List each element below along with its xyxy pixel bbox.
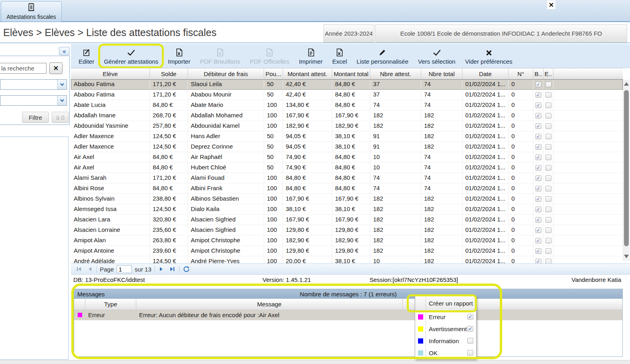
column-header-type[interactable]: Type [85,299,136,310]
close-messages-button[interactable]: ✕ [547,0,555,9]
table-row[interactable]: Adler Maxence124,50 €Deprez Corinne5094,… [71,142,623,152]
checkbox-unchecked-icon[interactable] [545,103,551,108]
checkbox-unchecked-icon[interactable] [545,259,551,264]
table-row[interactable]: Ababou Fatima171,20 €Slaoui Leila5042,40… [71,79,623,90]
reset-to-zero-button[interactable]: à 0 [52,112,69,123]
checkbox-unchecked-icon[interactable] [545,175,551,181]
column-header-eleve[interactable]: Elève [71,68,150,79]
checkbox-checked-icon[interactable]: ✓ [535,144,541,150]
table-row[interactable]: Amipot Alan263,80 €Amipot Christophe1001… [71,235,623,246]
refresh-icon[interactable] [182,265,190,273]
checkbox-unchecked-icon[interactable] [545,227,551,233]
scroll-down-icon[interactable] [624,255,629,258]
previous-page-button[interactable] [86,265,94,273]
table-row[interactable]: Alami Sarah171,20 €Alami Fouad10084,80 €… [71,173,623,183]
checkbox-checked-icon[interactable]: ✓ [535,248,541,254]
checkbox-unchecked-icon[interactable] [545,248,551,254]
checkbox-checked-icon[interactable]: ✓ [467,314,473,320]
checkbox-unchecked-icon[interactable] [545,238,551,243]
filter-dropdown-2[interactable] [0,95,67,106]
clear-search-button[interactable]: ✕ [49,62,63,74]
horizontal-scrollbar-track[interactable] [0,360,630,364]
menu-item-information[interactable]: Information [415,335,476,347]
table-row[interactable]: Albini Rose84,80 €Albini Frank10084,80 €… [71,183,623,194]
checkbox-unchecked-icon[interactable] [545,186,551,191]
checkbox-checked-icon[interactable]: ✓ [535,227,541,233]
checkbox-checked-icon[interactable]: ✓ [535,259,541,264]
column-header-pou[interactable]: Pou... [264,68,283,79]
table-row[interactable]: Amipot Antoine239,60 €Amipot Christophe1… [71,246,623,256]
toolbar-button-imprimer[interactable]: Imprimer [295,46,326,66]
toolbar-button-vers-selection[interactable]: Vers sélection [414,46,459,66]
checkbox-unchecked-icon[interactable] [545,165,551,171]
next-page-button[interactable] [158,265,166,273]
vertical-scrollbar[interactable] [623,80,630,261]
checkbox-checked-icon[interactable]: ✓ [535,207,541,212]
column-header-nbre-attest[interactable]: Nbre attest. [370,68,421,79]
page-number-input[interactable] [117,265,132,273]
checkbox-checked-icon[interactable]: ✓ [535,186,541,191]
create-report-menu-item[interactable]: Créer un rapport [415,296,476,311]
search-input[interactable] [0,63,46,74]
scrollbar-thumb[interactable] [624,90,629,246]
checkbox-checked-icon[interactable]: ✓ [535,238,541,243]
table-row[interactable]: Abate Lucia84,80 €Abate Mario100134,80 €… [71,100,623,111]
checkbox-unchecked-icon[interactable] [545,92,551,98]
column-header-date[interactable]: Date [462,68,509,79]
table-row[interactable]: André Adélaïde124,50 €André Pierre-Yves1… [71,256,623,263]
column-header-n[interactable]: N° [509,68,533,79]
checkbox-checked-icon[interactable]: ✓ [535,92,541,98]
first-page-button[interactable] [75,265,83,273]
menu-item-erreur[interactable]: Erreur✓ [415,311,476,323]
table-row[interactable]: Alsacien Lorraine235,60 €Alsacien Sigfri… [71,225,623,235]
toolbar-button-importer[interactable]: Importer [164,46,194,66]
table-row[interactable]: Alsacien Lara320,80 €Alsacien Sigfried10… [71,215,623,225]
table-row[interactable]: Abdallah Imane268,70 €Abdallah Mohamed10… [71,111,623,121]
last-page-button[interactable] [168,265,176,273]
message-row[interactable]: ErreurErreur: Aucun débiteur de frais en… [74,310,622,320]
column-header-nbre-total[interactable]: Nbre total [421,68,462,79]
toolbar-button-vider-preferences[interactable]: Vider préférences [461,46,516,66]
checkbox-unchecked-icon[interactable] [545,123,551,129]
checkbox-checked-icon[interactable]: ✓ [535,113,541,119]
checkbox-unchecked-icon[interactable] [545,155,551,160]
checkbox-checked-icon[interactable]: ✓ [535,196,541,202]
table-row[interactable]: Alemseged Issa124,50 €Dialo Kaila10038,1… [71,204,623,215]
checkbox-unchecked-icon[interactable] [545,144,551,150]
checkbox-unchecked-icon[interactable] [545,217,551,223]
checkbox-checked-icon[interactable]: ✓ [535,155,541,160]
checkbox-checked-icon[interactable]: ✓ [467,326,473,332]
checkbox-checked-icon[interactable]: ✓ [535,165,541,171]
checkbox-unchecked-icon[interactable] [545,113,551,119]
column-header-montant-attest[interactable]: Montant attest. [283,68,332,79]
table-row[interactable]: Abdounidal Yasmine257,80 €Abdounidal Kam… [71,121,623,131]
checkbox-checked-icon[interactable]: ✓ [535,217,541,223]
toolbar-button-generer-attestations[interactable]: Générer attestations [100,46,162,66]
tab-attestations-fiscales[interactable]: Attestations fiscales [1,1,62,22]
table-row[interactable]: Albinos Sylvain238,80 €Albinos Sébastien… [71,194,623,204]
checkbox-checked-icon[interactable]: ✓ [535,175,541,181]
table-row[interactable]: Air Axel84,80 €Hubert Chloé5074,90 €84,8… [71,163,623,173]
column-header-debiteur-de-frais[interactable]: Débiteur de frais [188,68,264,79]
scroll-up-icon[interactable] [624,82,629,86]
filter-button[interactable]: Filtre [22,112,49,123]
checkbox-unchecked-icon[interactable] [545,82,551,87]
column-header-montant-total[interactable]: Montant total [332,68,370,79]
checkbox-unchecked-icon[interactable] [545,134,551,139]
menu-item-ok[interactable]: OK [415,347,476,359]
toolbar-button-editer[interactable]: Editer [75,46,98,66]
table-row[interactable]: Adler Maxence124,50 €Hans Adler5094,05 €… [71,131,623,142]
filter-dropdown-1[interactable] [0,79,67,90]
checkbox-checked-icon[interactable]: ✓ [535,134,541,139]
column-header-b[interactable]: B.. [533,68,543,79]
checkbox-unchecked-icon[interactable] [467,350,473,356]
table-row[interactable]: Ababou Fatima171,20 €Ababou Mounir5042,4… [71,90,623,100]
school-year-selector[interactable]: Année 2023-2024 [323,24,374,42]
checkbox-checked-icon[interactable]: ✓ [535,123,541,129]
column-header-solde[interactable]: Solde [150,68,188,79]
column-header-e[interactable]: E.. [543,68,553,79]
checkbox-checked-icon[interactable]: ✓ [535,82,541,87]
checkbox-unchecked-icon[interactable] [545,207,551,212]
checkbox-unchecked-icon[interactable] [467,338,473,344]
checkbox-unchecked-icon[interactable] [545,196,551,202]
